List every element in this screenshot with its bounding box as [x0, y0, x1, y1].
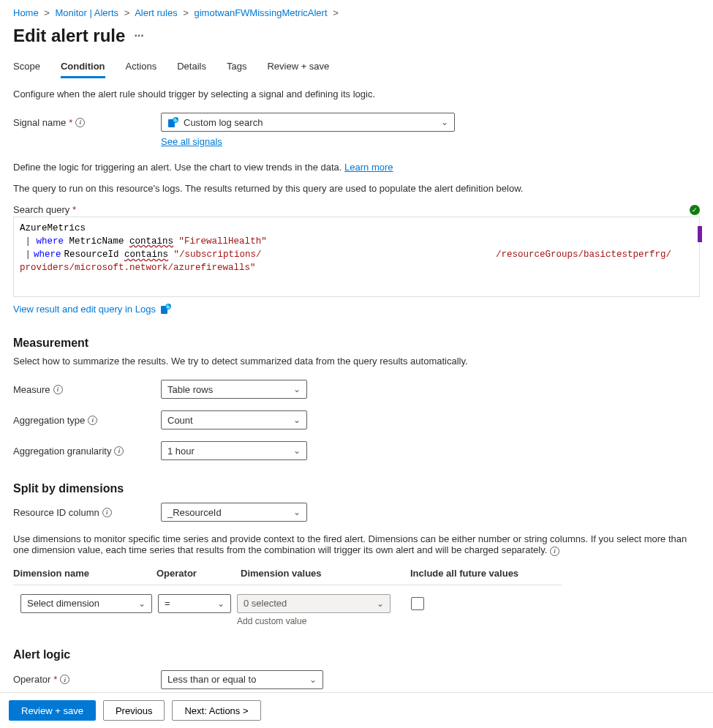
add-custom-value-link[interactable]: Add custom value	[237, 616, 391, 626]
dimensions-table: Dimension name Operator Dimension values…	[13, 562, 562, 626]
view-in-logs-link[interactable]: View result and edit query in Logs	[13, 304, 156, 315]
info-icon[interactable]: i	[53, 385, 63, 394]
measurement-desc: Select how to summarize the results. We …	[13, 356, 700, 367]
next-button[interactable]: Next: Actions >	[172, 700, 260, 721]
log-search-icon	[167, 116, 179, 128]
col-operator: Operator	[156, 568, 241, 579]
chevron-down-icon: ⌄	[441, 117, 448, 127]
col-include-future: Include all future values	[410, 568, 562, 579]
tab-condition[interactable]: Condition	[61, 56, 105, 78]
resource-id-column-select[interactable]: _ResourceId ⌄	[161, 503, 307, 522]
chevron-down-icon: ⌄	[293, 384, 301, 394]
measure-select[interactable]: Table rows ⌄	[161, 380, 307, 399]
info-icon[interactable]: i	[550, 547, 559, 556]
previous-button[interactable]: Previous	[103, 700, 165, 721]
footer-actions: Review + save Previous Next: Actions >	[0, 692, 713, 728]
tab-bar: Scope Condition Actions Details Tags Rev…	[13, 56, 700, 78]
check-icon: ✓	[690, 205, 700, 215]
tab-review-save[interactable]: Review + save	[267, 56, 329, 78]
tab-scope[interactable]: Scope	[13, 56, 40, 78]
chevron-down-icon: ⌄	[293, 415, 301, 425]
alert-logic-heading: Alert logic	[13, 648, 700, 661]
operator-label: Operator* i	[13, 674, 161, 685]
breadcrumb-alert-rules[interactable]: Alert rules	[135, 7, 178, 18]
info-icon[interactable]: i	[60, 675, 69, 684]
measure-label: Measure i	[13, 384, 161, 395]
col-dimension-name: Dimension name	[13, 568, 156, 579]
signal-name-label: Signal name* i	[13, 117, 161, 128]
info-icon[interactable]: i	[102, 508, 112, 517]
chevron-down-icon: ⌄	[377, 598, 384, 609]
intro-text: Configure when the alert rule should tri…	[13, 89, 700, 100]
info-icon[interactable]: i	[75, 118, 85, 127]
breadcrumb-monitor[interactable]: Monitor | Alerts	[56, 7, 118, 18]
chevron-down-icon: ⌄	[293, 446, 301, 456]
tab-tags[interactable]: Tags	[227, 56, 246, 78]
aggregation-type-label: Aggregation type i	[13, 415, 161, 426]
include-future-checkbox[interactable]	[411, 597, 424, 610]
chevron-down-icon: ⌄	[293, 507, 301, 517]
measurement-heading: Measurement	[13, 337, 700, 350]
signal-name-select[interactable]: Custom log search ⌄	[161, 113, 455, 132]
aggregation-type-select[interactable]: Count ⌄	[161, 410, 307, 429]
svg-point-5	[168, 304, 170, 307]
chevron-down-icon: ⌄	[217, 598, 225, 609]
dimension-values-select[interactable]: 0 selected ⌄	[237, 594, 391, 613]
search-query-editor[interactable]: AzureMetrics | where MetricName contains…	[13, 217, 700, 297]
page-title: Edit alert rule	[13, 26, 125, 46]
dimension-name-select[interactable]: Select dimension ⌄	[20, 594, 152, 613]
col-dimension-values: Dimension values	[241, 568, 410, 579]
aggregation-granularity-select[interactable]: 1 hour ⌄	[161, 441, 307, 460]
operator-select[interactable]: Less than or equal to ⌄	[161, 670, 323, 689]
split-desc: Use dimensions to monitor specific time …	[13, 533, 700, 556]
learn-more-link[interactable]: Learn more	[344, 162, 393, 173]
resource-id-column-label: Resource ID column i	[13, 507, 161, 518]
split-heading: Split by dimensions	[13, 482, 700, 495]
info-icon[interactable]: i	[88, 416, 97, 425]
info-icon[interactable]: i	[114, 446, 124, 456]
search-query-label: Search query *	[13, 204, 76, 215]
tab-details[interactable]: Details	[177, 56, 206, 78]
dimension-operator-select[interactable]: = ⌄	[158, 594, 231, 613]
more-actions-icon[interactable]: ···	[134, 29, 143, 42]
tab-actions[interactable]: Actions	[126, 56, 157, 78]
dimension-row: Select dimension ⌄ = ⌄ 0 selected ⌄ Add …	[13, 585, 562, 626]
breadcrumb-home[interactable]: Home	[13, 7, 39, 18]
breadcrumb-rule-name[interactable]: gimotwanFWMissingMetricAlert	[195, 7, 328, 18]
svg-point-2	[176, 118, 178, 120]
chevron-down-icon: ⌄	[309, 675, 317, 685]
see-all-signals-link[interactable]: See all signals	[161, 136, 222, 147]
breadcrumb: Home > Monitor | Alerts > Alert rules > …	[13, 7, 700, 18]
aggregation-granularity-label: Aggregation granularity i	[13, 446, 161, 457]
review-save-button[interactable]: Review + save	[9, 700, 96, 721]
chevron-down-icon: ⌄	[138, 598, 146, 609]
logic-text: Define the logic for triggering an alert…	[13, 162, 700, 173]
editor-caret	[698, 226, 702, 242]
logs-icon	[160, 303, 172, 315]
query-intro: The query to run on this resource's logs…	[13, 183, 700, 194]
